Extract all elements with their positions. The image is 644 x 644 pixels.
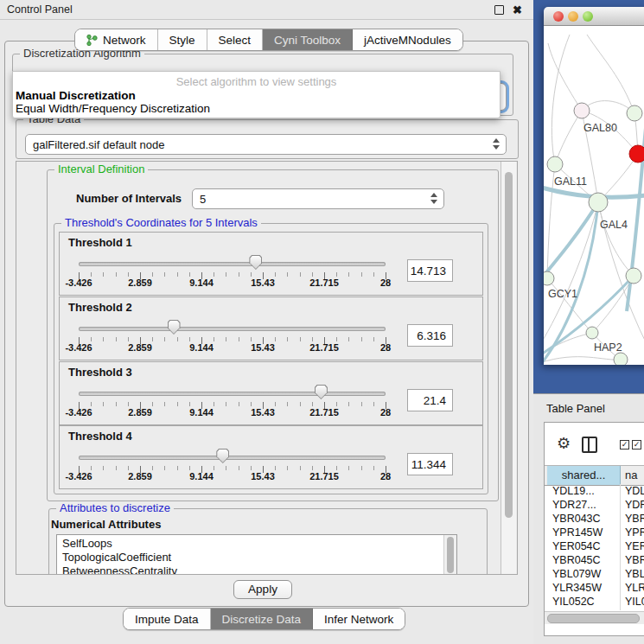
tab-cyni-toolbox[interactable]: Cyni Toolbox xyxy=(263,29,353,50)
tick-mark xyxy=(128,402,129,406)
apply-button[interactable]: Apply xyxy=(233,580,292,599)
tick-mark xyxy=(348,466,349,470)
checkbox-icon[interactable]: ✓ xyxy=(632,440,641,450)
network-node[interactable] xyxy=(629,145,644,163)
tick-label: 15.43 xyxy=(251,407,275,418)
dropdown-option[interactable]: Manual Discretization xyxy=(16,89,136,102)
slider-knob[interactable] xyxy=(168,320,181,335)
tick-mark xyxy=(177,402,178,406)
number-of-intervals-combobox[interactable]: 5 xyxy=(192,188,444,209)
slider-track[interactable] xyxy=(79,327,386,331)
bottom-tab-impute-data[interactable]: Impute Data xyxy=(124,609,211,629)
tick-mark xyxy=(312,272,313,277)
network-node[interactable] xyxy=(627,105,642,121)
tab-style[interactable]: Style xyxy=(158,29,207,50)
threshold-label: Threshold 2 xyxy=(68,301,132,314)
network-node[interactable] xyxy=(626,268,641,284)
cell-shared-name: YER054C xyxy=(552,539,601,553)
table-row[interactable]: YBL079WYBL0 xyxy=(545,567,644,581)
tick-mark xyxy=(152,466,153,470)
zoom-traffic-light-icon[interactable] xyxy=(583,11,593,22)
list-scrollbar[interactable] xyxy=(443,535,456,575)
tick-mark xyxy=(214,337,214,341)
tab-label: Impute Data xyxy=(135,613,199,626)
slider-knob[interactable] xyxy=(249,255,262,270)
checkbox-icon[interactable]: ✓ xyxy=(620,440,629,450)
tick-mark xyxy=(239,402,239,406)
settings-scrollpane: Interval Definition Number of Intervals … xyxy=(16,161,518,575)
tab-network[interactable]: Network xyxy=(75,29,158,50)
attribute-item[interactable]: TopologicalCoefficient xyxy=(62,551,171,564)
cell-shared-name: YDR27... xyxy=(552,498,596,512)
tick-mark xyxy=(116,272,117,277)
float-window-icon[interactable] xyxy=(494,5,504,15)
node-label: HAP2 xyxy=(594,341,622,354)
numerical-attributes-list[interactable]: SelfLoopsTopologicalCoefficientBetweenne… xyxy=(56,534,457,575)
tick-label: 28 xyxy=(380,471,391,481)
table-row[interactable]: YLR345WYLR3 xyxy=(545,581,644,595)
attribute-item[interactable]: SelfLoops xyxy=(62,537,112,550)
network-node[interactable] xyxy=(589,193,608,212)
slider-track[interactable] xyxy=(79,392,386,396)
bottom-tab-discretize-data[interactable]: Discretize Data xyxy=(211,609,314,629)
attribute-item[interactable]: BetweennessCentrality xyxy=(62,564,177,575)
threshold-value-field[interactable]: 21.4 xyxy=(407,389,453,411)
close-traffic-light-icon[interactable] xyxy=(553,11,564,22)
tick-label: 28 xyxy=(380,407,391,418)
network-canvas[interactable]: GAL80GCGAL11GAL4GCY1HHAP2 xyxy=(544,26,644,365)
network-window-titlebar[interactable] xyxy=(544,7,644,26)
tick-mark xyxy=(336,402,337,406)
network-node[interactable] xyxy=(586,327,598,339)
table-row[interactable]: YBR045CYBR0 xyxy=(545,553,644,567)
tab-label: Network xyxy=(103,34,146,47)
horizontal-scrollbar[interactable] xyxy=(545,611,644,624)
threshold-value-field[interactable]: 14.713 xyxy=(407,259,453,282)
threshold-value-field[interactable]: 6.316 xyxy=(407,324,453,347)
tab-jactivemnodules[interactable]: jActiveMNodules xyxy=(353,29,462,50)
tick-mark xyxy=(189,466,190,470)
network-node[interactable] xyxy=(614,353,628,365)
threshold-value-field[interactable]: 11.344 xyxy=(407,453,453,475)
slider-knob[interactable] xyxy=(216,449,229,463)
column-header-shared[interactable]: shared... xyxy=(547,466,621,485)
table-data-combobox[interactable]: galFiltered.sif default node xyxy=(25,134,507,155)
gear-icon[interactable]: ⚙ xyxy=(557,436,571,451)
tick-mark xyxy=(164,466,165,470)
tick-mark xyxy=(226,337,226,341)
tick-label: 21.715 xyxy=(309,407,339,418)
dropdown-option[interactable]: Equal Width/Frequency Discretization xyxy=(16,102,210,115)
split-columns-icon[interactable] xyxy=(582,437,597,453)
network-node[interactable] xyxy=(544,271,554,285)
table-row[interactable]: YER054CYER0 xyxy=(545,539,644,553)
network-node[interactable] xyxy=(547,156,563,172)
tick-label: 15.43 xyxy=(251,342,275,353)
scrollbar-thumb[interactable] xyxy=(505,172,513,518)
dropdown-placeholder: Select algorithm to view settings xyxy=(13,75,500,88)
table-row[interactable]: YIL052CYIL0 xyxy=(545,595,644,609)
column-header-name[interactable]: na xyxy=(625,466,637,484)
control-panel-titlebar: Control Panel ✖ xyxy=(0,0,533,20)
table-row[interactable]: YDR27...YDR2 xyxy=(545,498,644,512)
scrollbar-thumb[interactable] xyxy=(547,614,640,623)
slider-track[interactable] xyxy=(79,456,386,460)
table-row[interactable]: YPR145WYPR1 xyxy=(545,526,644,539)
tab-label: Infer Network xyxy=(324,613,393,626)
tab-select[interactable]: Select xyxy=(207,29,264,50)
network-node[interactable] xyxy=(574,103,590,118)
tick-mark xyxy=(373,466,374,470)
table-row[interactable]: YDL19...YDL1 xyxy=(545,484,644,498)
tab-label: jActiveMNodules xyxy=(364,34,451,47)
cell-shared-name: YLR345W xyxy=(552,581,602,595)
close-icon[interactable]: ✖ xyxy=(513,5,522,15)
tick-label: 21.715 xyxy=(309,277,339,288)
tick-mark xyxy=(287,402,288,406)
tick-mark xyxy=(239,272,239,277)
tick-mark xyxy=(103,272,104,277)
minimize-traffic-light-icon[interactable] xyxy=(568,11,578,22)
table-row[interactable]: YBR043CYBR0 xyxy=(545,512,644,526)
slider-knob[interactable] xyxy=(315,385,328,399)
slider-track[interactable] xyxy=(79,262,386,266)
bottom-tab-infer-network[interactable]: Infer Network xyxy=(313,609,405,629)
tick-mark xyxy=(103,337,104,341)
vertical-scrollbar[interactable] xyxy=(501,162,516,574)
